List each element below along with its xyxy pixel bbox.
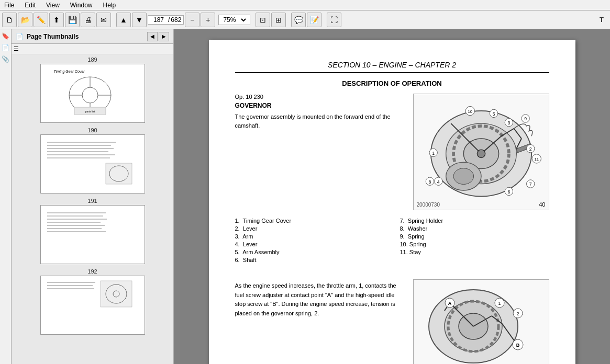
sidebar-next-btn[interactable]: ▶ — [159, 32, 169, 41]
part-7: 7. Spring Holder — [400, 218, 549, 224]
part-9: 9. Spring — [400, 233, 549, 240]
governor-text: The governor assembly is mounted on the … — [235, 112, 403, 130]
attach-icon[interactable]: 📎 — [1, 54, 10, 64]
svg-text:11: 11 — [534, 157, 539, 162]
parts-col-right: 7. Spring Holder 8. Washer 9. Spring 10.… — [400, 218, 549, 265]
part-11: 11. Stay — [400, 249, 549, 255]
zoom-out-button[interactable]: − — [185, 13, 199, 27]
thumb-box-189[interactable]: Timing Gear Cover parts list — [40, 64, 145, 123]
thumb-svg-190 — [43, 137, 137, 189]
sidebar-prev-btn[interactable]: ◀ — [147, 32, 158, 41]
doc-left: Op. 10 230 GOVERNOR The governor assembl… — [235, 94, 403, 213]
figure1-box: 1 2 3 4 5 — [413, 94, 549, 210]
page-separator: / — [168, 16, 170, 24]
thumb-label-189: 189 — [87, 56, 97, 63]
markup-button[interactable]: 📝 — [307, 13, 321, 27]
list-item[interactable]: 191 — [14, 198, 171, 264]
prev-page-button[interactable]: ▲ — [116, 13, 131, 27]
section-title: SECTION 10 – ENGINE – CHAPTER 2 — [235, 61, 549, 73]
doc-page: SECTION 10 – ENGINE – CHAPTER 2 DESCRIPT… — [209, 40, 575, 364]
sidebar-title: 📄 Page Thumbnails — [16, 33, 79, 40]
thumb-box-190[interactable] — [40, 134, 145, 194]
body-text: As the engine speed increases, the throt… — [235, 281, 403, 364]
svg-text:8: 8 — [428, 179, 431, 185]
svg-text:2: 2 — [529, 146, 531, 152]
figure1-id: 20000730 — [417, 202, 440, 208]
menu-file[interactable]: File — [2, 2, 16, 9]
zoom-select[interactable]: 50% 75% 100% 125% 150% 200% — [221, 16, 248, 24]
figure1-svg: 1 2 3 4 5 — [416, 96, 547, 206]
part-1: 1. Timing Gear Cover — [235, 218, 384, 224]
app-initial: T — [600, 16, 608, 24]
sidebar-toolbar: ☰ — [12, 44, 173, 54]
thumb-box-191[interactable] — [40, 205, 145, 264]
svg-text:6: 6 — [507, 189, 510, 195]
page-number-input[interactable]: 187 — [150, 16, 167, 24]
menu-window[interactable]: Window — [68, 2, 95, 9]
bottom-section: As the engine speed increases, the throt… — [235, 273, 549, 364]
part-10: 10. Spring — [400, 241, 549, 247]
fit-width-button[interactable]: ⊞ — [271, 13, 286, 27]
thumb-svg-191 — [43, 208, 137, 260]
svg-text:1: 1 — [432, 151, 435, 156]
part-8: 8. Washer — [400, 225, 549, 232]
new-button[interactable]: 🗋 — [2, 13, 17, 27]
svg-text:9: 9 — [524, 116, 527, 121]
list-item[interactable]: 189 Timing Gear Cover parts list — [14, 56, 171, 123]
menu-edit[interactable]: Edit — [23, 2, 38, 9]
main-layout: 🔖 📄 📎 📄 Page Thumbnails ◀ ▶ ☰ 189 — [0, 29, 610, 364]
sidebar-header: 📄 Page Thumbnails ◀ ▶ — [12, 29, 173, 44]
thumb-svg-192 — [43, 278, 137, 331]
left-icon-bar: 🔖 📄 📎 — [0, 29, 12, 364]
save-button[interactable]: 💾 — [65, 13, 80, 27]
fullscreen-button[interactable]: ⛶ — [327, 13, 341, 27]
menu-help[interactable]: Help — [101, 2, 118, 9]
svg-text:10: 10 — [468, 109, 472, 114]
doc-area[interactable]: SECTION 10 – ENGINE – CHAPTER 2 DESCRIPT… — [174, 29, 610, 364]
parts-list: 1. Timing Gear Cover 2. Lever 3. Arm 4. … — [235, 218, 549, 265]
upload-button[interactable]: ⬆ — [49, 13, 64, 27]
svg-text:B: B — [516, 343, 519, 348]
comment-button[interactable]: 💬 — [291, 13, 306, 27]
menubar: File Edit View Window Help — [0, 0, 610, 10]
fit-page-button[interactable]: ⊡ — [256, 13, 270, 27]
thumb-label-191: 191 — [87, 198, 97, 204]
thumbs-icon[interactable]: 📄 — [1, 43, 10, 52]
sidebar-content[interactable]: 189 Timing Gear Cover parts list — [12, 54, 173, 364]
part-6: 6. Shaft — [235, 257, 384, 263]
thumb-label-190: 190 — [87, 127, 97, 133]
op-label: Op. 10 230 — [235, 94, 403, 100]
print-button[interactable]: 🖨 — [81, 13, 95, 27]
sidebar-nav-btns: ◀ ▶ — [147, 32, 169, 41]
svg-point-41 — [477, 150, 485, 157]
next-page-button[interactable]: ▼ — [132, 13, 147, 27]
part-2: 2. Lever — [235, 225, 384, 232]
svg-text:2: 2 — [516, 311, 519, 316]
svg-text:7: 7 — [529, 181, 531, 187]
list-item[interactable]: 190 — [14, 127, 171, 194]
menu-view[interactable]: View — [44, 2, 62, 9]
svg-text:3: 3 — [507, 120, 510, 126]
page-number-widget[interactable]: 187 / 682 — [148, 15, 184, 25]
figure1-pagenum: 40 — [539, 201, 545, 208]
sidebar-panel-icon: 📄 — [16, 33, 24, 40]
thumb-svg-189: Timing Gear Cover parts list — [43, 66, 137, 119]
page-total: 682 — [171, 16, 181, 24]
zoom-widget[interactable]: 50% 75% 100% 125% 150% 200% — [218, 15, 250, 25]
sidebar-title-label: Page Thumbnails — [27, 33, 79, 40]
doc-right-figure1: 1 2 3 4 5 — [413, 94, 549, 213]
part-4: 4. Lever — [235, 241, 384, 247]
svg-point-2 — [82, 87, 98, 103]
svg-point-65 — [453, 168, 473, 185]
edit-button[interactable]: ✏️ — [34, 13, 48, 27]
svg-text:Timing Gear Cover: Timing Gear Cover — [53, 70, 85, 74]
desc-heading: DESCRIPTION OF OPERATION — [235, 79, 549, 87]
thumb-box-192[interactable] — [40, 276, 145, 335]
bookmark-icon[interactable]: 🔖 — [1, 31, 10, 41]
zoom-in-button[interactable]: + — [201, 13, 215, 27]
list-item[interactable]: 192 — [14, 268, 171, 335]
part-5: 5. Arm Assembly — [235, 249, 384, 255]
sidebar-filter-icon[interactable]: ☰ — [14, 46, 19, 52]
open-button[interactable]: 📂 — [18, 13, 32, 27]
email-button[interactable]: ✉ — [96, 13, 111, 27]
